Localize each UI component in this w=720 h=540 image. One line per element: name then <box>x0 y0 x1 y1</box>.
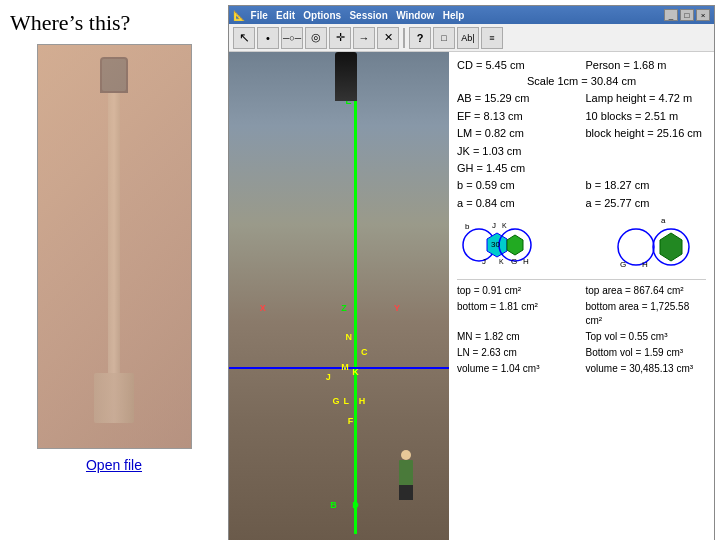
svg-text:30: 30 <box>491 240 500 249</box>
small-circle-group: b J K J K G H 30 <box>457 215 537 275</box>
vertical-measurement-line <box>354 62 357 534</box>
x-tool[interactable]: ✕ <box>377 27 399 49</box>
data-panel: CD = 5.45 cm Person = 1.68 m Scale 1cm =… <box>449 52 714 540</box>
volume-small-value: volume = 1.04 cm³ <box>457 362 578 376</box>
scene-background: A E X Z Y N C M K J G L H F B D <box>229 52 449 540</box>
lamp-height-value: Lamp height = 4.72 m <box>578 91 707 106</box>
ten-blocks-value: 10 blocks = 2.51 m <box>578 109 707 124</box>
menu-tool[interactable]: ≡ <box>481 27 503 49</box>
b-large-value: b = 18.27 cm <box>578 178 707 193</box>
point-h-label: H <box>359 396 366 406</box>
close-button[interactable]: × <box>696 9 710 21</box>
person-value: Person = 1.68 m <box>578 58 707 73</box>
point-tool[interactable]: • <box>257 27 279 49</box>
ef-value: EF = 8.13 cm <box>457 109 578 124</box>
circle-tool[interactable]: ◎ <box>305 27 327 49</box>
bottom-small-value: bottom = 1.81 cm² <box>457 300 578 328</box>
jk-value: JK = 1.03 cm <box>457 144 578 159</box>
bottom-large-value: bottom area = 1,725.58 cm² <box>578 300 707 328</box>
lamp-post-container <box>38 45 191 448</box>
a-row: a = 0.84 cm a = 25.77 cm <box>457 196 706 211</box>
divider <box>457 279 706 280</box>
jk-row: JK = 1.03 cm <box>457 144 706 159</box>
large-circles-svg: a G H <box>606 215 706 275</box>
point-z-label: Z <box>341 303 347 313</box>
lamp-top <box>335 52 357 101</box>
lamp-post <box>94 57 134 423</box>
svg-text:a: a <box>661 216 666 225</box>
circles-area: b J K J K G H 30 a <box>457 215 706 275</box>
small-circles-svg: b J K J K G H 30 <box>457 215 537 275</box>
svg-marker-14 <box>660 233 682 261</box>
ab-lamp-row: AB = 15.29 cm Lamp height = 4.72 m <box>457 91 706 106</box>
bottom-area-row: bottom = 1.81 cm² bottom area = 1,725.58… <box>457 300 706 328</box>
lm-blockheight-row: LM = 0.82 cm block height = 25.16 cm <box>457 126 706 141</box>
help-tool[interactable]: ? <box>409 27 431 49</box>
svg-text:J: J <box>482 257 486 266</box>
question-title: Where’s this? <box>10 10 130 36</box>
cd-value: CD = 5.45 cm <box>457 58 578 73</box>
arrow-tool[interactable]: → <box>353 27 375 49</box>
point-g-label: G <box>332 396 339 406</box>
cursor-tool[interactable]: ↖ <box>233 27 255 49</box>
b-row: b = 0.59 cm b = 18.27 cm <box>457 178 706 193</box>
svg-text:K: K <box>502 222 507 229</box>
svg-text:H: H <box>523 257 529 266</box>
a-large-value: a = 25.77 cm <box>578 196 707 211</box>
mn-value: MN = 1.82 cm <box>457 330 578 344</box>
minimize-button[interactable]: _ <box>664 9 678 21</box>
person-figure <box>396 450 416 505</box>
svg-text:H: H <box>642 260 648 269</box>
cd-person-row: CD = 5.45 cm Person = 1.68 m <box>457 58 706 73</box>
rectangle-tool[interactable]: □ <box>433 27 455 49</box>
scale-value: Scale 1cm = 30.84 cm <box>527 75 636 87</box>
ab-value: AB = 15.29 cm <box>457 91 578 106</box>
svg-text:G: G <box>511 257 517 266</box>
text-tool[interactable]: Ab| <box>457 27 479 49</box>
open-file-link[interactable]: Open file <box>86 457 142 473</box>
point-x-label: X <box>260 303 266 313</box>
point-k-label: K <box>352 367 359 377</box>
point-y-label: Y <box>394 303 400 313</box>
volume-large-value: volume = 30,485.13 cm³ <box>578 362 707 376</box>
gh-row: GH = 1.45 cm <box>457 161 706 176</box>
top-large-value: top area = 867.64 cm² <box>578 284 707 298</box>
block-height-value: block height = 25.16 cm <box>578 126 707 141</box>
ln-value: LN = 2.63 cm <box>457 346 578 360</box>
left-panel: Where’s this? Open file <box>0 0 228 473</box>
person-body <box>399 460 413 485</box>
volume-row: volume = 1.04 cm³ volume = 30,485.13 cm³ <box>457 362 706 376</box>
photo-container <box>37 44 192 449</box>
svg-text:J: J <box>492 221 496 230</box>
point-c-label: C <box>361 347 368 357</box>
ef-blocks-row: EF = 8.13 cm 10 blocks = 2.51 m <box>457 109 706 124</box>
point-d-label: D <box>352 500 359 510</box>
line-circle-tool[interactable]: ─○─ <box>281 27 303 49</box>
point-b-label: B <box>330 500 337 510</box>
window-titlebar: 📐 File Edit Options Session Window Help … <box>229 6 714 24</box>
lm-value: LM = 0.82 cm <box>457 126 578 141</box>
top-vol-value: Top vol = 0.55 cm³ <box>578 330 707 344</box>
lamp-head <box>100 57 128 93</box>
bottom-measurements: top = 0.91 cm² top area = 867.64 cm² bot… <box>457 284 706 376</box>
point-n-label: N <box>346 332 353 342</box>
window-controls: _ □ × <box>664 9 710 21</box>
person-head <box>401 450 411 460</box>
ln-botvol-row: LN = 2.63 cm Bottom vol = 1.59 cm³ <box>457 346 706 360</box>
lamp-base <box>94 373 134 423</box>
scale-row: Scale 1cm = 30.84 cm <box>457 75 706 87</box>
person-legs <box>399 485 413 500</box>
mn-topvol-row: MN = 1.82 cm Top vol = 0.55 cm³ <box>457 330 706 344</box>
svg-text:b: b <box>465 222 470 231</box>
point-m-label: M <box>341 362 349 372</box>
software-window: 📐 File Edit Options Session Window Help … <box>228 5 715 540</box>
svg-text:G: G <box>620 260 626 269</box>
maximize-button[interactable]: □ <box>680 9 694 21</box>
svg-marker-2 <box>507 235 523 255</box>
measurement-image: A E X Z Y N C M K J G L H F B D <box>229 52 449 540</box>
a-small-value: a = 0.84 cm <box>457 196 578 211</box>
horizontal-blue-line <box>229 367 449 369</box>
gh-value: GH = 1.45 cm <box>457 161 578 176</box>
crosshair-tool[interactable]: ✛ <box>329 27 351 49</box>
point-j-label: J <box>326 372 331 382</box>
